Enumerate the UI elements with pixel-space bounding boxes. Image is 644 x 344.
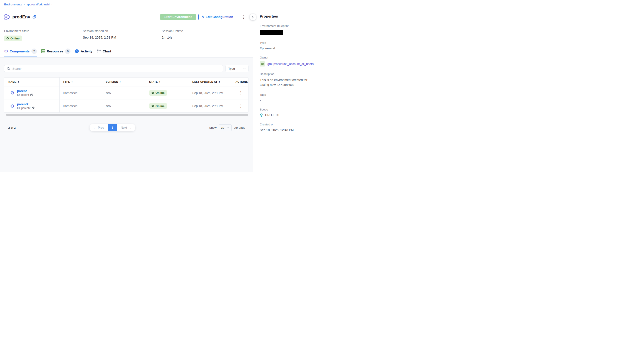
description-group: Description This is an environment creat…: [260, 72, 316, 87]
blueprint-label: Environment Blueprint: [260, 24, 316, 27]
last-updated-cell: Sep 18, 2025, 2:51 PM: [189, 91, 233, 95]
column-header-name-label: NAME: [8, 80, 16, 83]
table-header-row: NAME ▲▼ TYPE ▲▼ VERSION ▲▼ STATE: [4, 77, 248, 86]
environment-hexagons-icon: [4, 14, 10, 20]
environment-state-badge: Online: [4, 35, 22, 41]
page-size-value: 10: [221, 126, 224, 129]
edit-configuration-button[interactable]: ✎ Edit Configuration: [198, 14, 236, 20]
type-value: Ephemeral: [260, 46, 316, 50]
filter-row: Type: [4, 65, 248, 72]
page-size-dropdown[interactable]: 10: [219, 124, 232, 131]
pencil-icon: ✎: [202, 15, 204, 18]
scope-group: Scope PROJECT: [260, 108, 316, 117]
scope-label: Scope: [260, 108, 316, 111]
description-value: This is an environment created for testi…: [260, 78, 316, 87]
row-actions-button[interactable]: ⋮: [238, 91, 244, 95]
start-environment-button[interactable]: Start Environment: [160, 14, 196, 20]
prev-label: Prev: [98, 126, 104, 129]
component-id-line: ID: parent2: [17, 107, 34, 110]
tab-resources[interactable]: Resources 0: [41, 45, 71, 57]
group-avatar: [260, 61, 265, 66]
sort-icon[interactable]: ▲▼: [71, 81, 73, 83]
column-header-state: STATE ▲▼: [146, 77, 189, 86]
components-count-badge: 2: [32, 48, 37, 54]
tab-resources-label: Resources: [47, 49, 64, 53]
type-filter-dropdown[interactable]: Type: [226, 65, 248, 72]
last-updated-cell: Sep 18, 2025, 2:51 PM: [189, 104, 233, 108]
tab-components[interactable]: ⚙ Components 2: [4, 45, 37, 57]
created-label: Created on: [260, 123, 316, 126]
blueprint-redacted-value: [260, 30, 283, 35]
page-1-button[interactable]: 1: [108, 124, 117, 131]
tab-bar: ⚙ Components 2 Resources 0: [0, 45, 252, 58]
page-size-controls: Show 10 per page: [209, 124, 245, 131]
owner-row: group:account/_account_all_users: [260, 61, 316, 66]
sort-icon[interactable]: ▲▼: [219, 81, 220, 83]
chevron-right-icon: [251, 15, 254, 19]
column-header-version: VERSION ▲▼: [102, 77, 146, 86]
gear-icon: ⚙: [4, 49, 8, 53]
copy-icon: [32, 15, 36, 19]
sort-icon[interactable]: ▲▼: [120, 81, 121, 83]
arrow-left-icon: ←: [93, 126, 96, 129]
session-started-label: Session started on: [83, 29, 162, 33]
column-header-last-updated-label: LAST UPDATED AT: [192, 80, 218, 83]
gear-icon: ⚙: [10, 104, 14, 108]
session-started-value: Sep 18, 2025, 2:51 PM: [83, 35, 162, 39]
sort-icon[interactable]: ▲▼: [159, 81, 161, 83]
column-header-actions-label: ACTIONS: [236, 80, 248, 83]
tab-chart[interactable]: Chart: [97, 45, 111, 57]
column-header-version-label: VERSION: [106, 80, 118, 83]
pagination-row: 2 of 2 ← Prev 1 Next → Show: [4, 124, 248, 131]
state-badge: Online: [149, 103, 167, 109]
prev-page-button[interactable]: ← Prev: [90, 124, 108, 131]
environment-state-label: Environment State: [4, 29, 83, 33]
state-badge: Online: [149, 90, 167, 96]
state-cell: Online: [146, 103, 189, 109]
column-header-type-label: TYPE: [63, 80, 70, 83]
created-group: Created on Sep 18, 2025, 12:43 PM: [260, 123, 316, 132]
per-page-label: per page: [234, 126, 245, 129]
chevron-right-icon: ›: [51, 3, 52, 6]
environment-state-group: Environment State Online: [4, 29, 83, 45]
chevron-down-icon: [227, 127, 230, 128]
search-icon: [7, 67, 10, 70]
page-title: prodEnv: [12, 14, 30, 19]
tags-label: Tags: [260, 93, 316, 96]
row-actions-button[interactable]: ⋮: [238, 104, 244, 108]
body-wrap: prodEnv Start Environment ✎ Edit Configu…: [0, 9, 322, 172]
components-tab-content: Type NAME ▲▼ TYPE ▲▼: [0, 58, 252, 172]
search-box: [4, 65, 223, 72]
activity-pulse-icon: [75, 49, 79, 53]
show-label: Show: [209, 126, 216, 129]
tab-activity[interactable]: Activity: [75, 45, 92, 57]
next-label: Next: [121, 126, 127, 129]
tags-group: Tags -: [260, 93, 316, 102]
component-link[interactable]: parent2: [17, 102, 28, 106]
copy-icon[interactable]: [32, 107, 34, 109]
collapse-panel-button[interactable]: [250, 14, 256, 20]
component-id: ID: parent: [17, 93, 29, 96]
version-cell: N/A: [102, 91, 146, 95]
copy-title-button[interactable]: [32, 15, 36, 19]
description-label: Description: [260, 72, 316, 76]
online-status-icon: [6, 37, 9, 39]
owner-group-link[interactable]: group:account/_account_all_users: [267, 62, 314, 66]
search-input[interactable]: [12, 67, 220, 71]
breadcrumb-environments-link[interactable]: Environments: [4, 3, 22, 6]
properties-title: Properties: [260, 14, 316, 19]
tags-value: -: [260, 99, 316, 102]
cube-icon: [260, 113, 264, 117]
next-page-button[interactable]: Next →: [117, 124, 135, 131]
table-row: ⚙ parent2 ID: parent2: [4, 99, 248, 112]
component-link[interactable]: parent: [17, 89, 27, 93]
column-header-actions: ACTIONS: [233, 77, 248, 86]
breadcrumb-project-link[interactable]: approvalforkhushi: [26, 3, 50, 6]
more-options-button[interactable]: ⋮: [240, 14, 247, 19]
state-value: Online: [156, 91, 164, 94]
copy-icon[interactable]: [30, 94, 33, 96]
horizontal-scrollbar[interactable]: [6, 114, 248, 116]
pager: ← Prev 1 Next →: [90, 124, 135, 131]
sort-icon[interactable]: ▲▼: [18, 81, 19, 83]
session-uptime-group: Session Uptime 2m 14s: [162, 29, 183, 45]
